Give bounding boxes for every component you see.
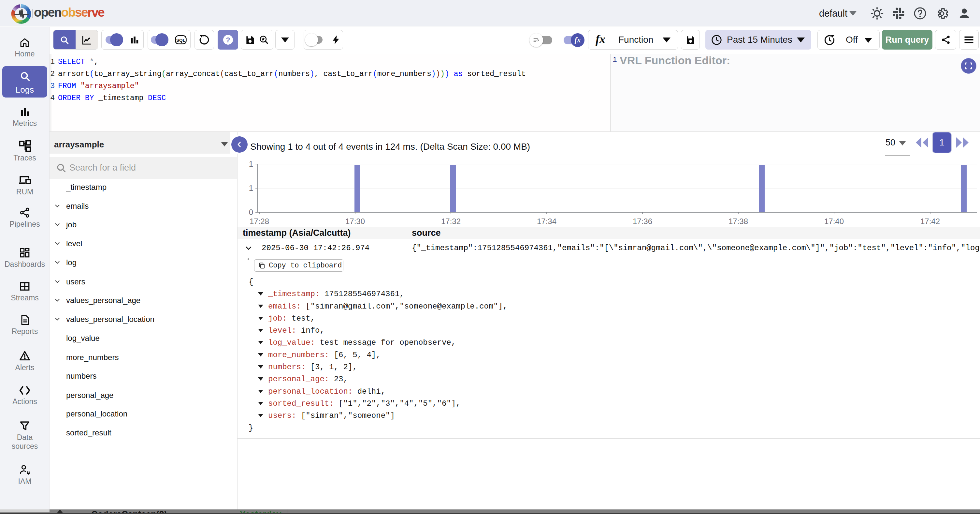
svg-text:17:40: 17:40 [824,217,844,226]
svg-text:?: ? [226,36,230,44]
svg-text:17:34: 17:34 [537,217,557,226]
svg-text:0: 0 [249,208,253,217]
svg-text:1: 1 [249,184,253,192]
svg-text:1: 1 [249,160,253,168]
svg-text:17:42: 17:42 [920,217,940,226]
svg-text:17:38: 17:38 [729,217,748,226]
svg-text:17:32: 17:32 [441,217,461,226]
svg-text:17:30: 17:30 [345,217,365,226]
svg-text:17:36: 17:36 [633,217,652,226]
svg-text:SQL: SQL [176,38,185,43]
svg-text:17:28: 17:28 [250,217,269,226]
